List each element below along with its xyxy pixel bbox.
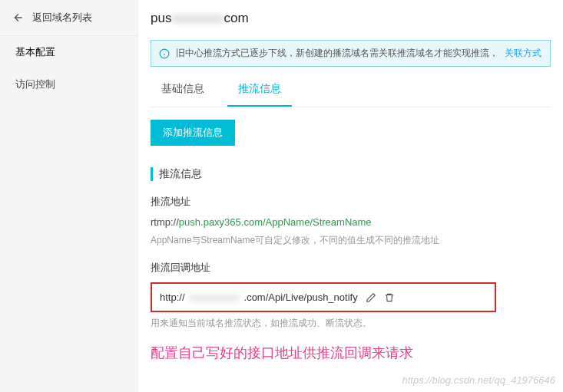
- arrow-left-icon: [12, 12, 25, 24]
- sidebar-item-basic-config[interactable]: 基本配置: [0, 36, 137, 68]
- main-content: pusxxxxxxxxcom 旧中心推流方式已逐步下线，新创建的播流域名需关联推…: [138, 0, 563, 392]
- sidebar: 返回域名列表 基本配置 访问控制: [0, 0, 138, 392]
- notice-banner: 旧中心推流方式已逐步下线，新创建的播流域名需关联推流域名才能实现推流， 关联方式: [151, 40, 551, 67]
- back-to-domain-list[interactable]: 返回域名列表: [0, 0, 137, 36]
- callback-address-label: 推流回调地址: [151, 261, 551, 275]
- section-title-push-info: 推流信息: [151, 167, 551, 181]
- callback-highlight-box: http:// xxxxxxxxxx .com/Api/Live/push_no…: [151, 282, 496, 312]
- watermark: https://blog.csdn.net/qq_41976646: [402, 374, 556, 386]
- callback-help: 用来通知当前域名推流状态，如推流成功、断流状态。: [151, 317, 551, 330]
- tab-basic-info[interactable]: 基础信息: [151, 73, 215, 107]
- tab-push-info[interactable]: 推流信息: [227, 73, 292, 107]
- domain-title: pusxxxxxxxxcom: [151, 0, 551, 40]
- edit-icon[interactable]: [366, 292, 376, 303]
- push-address-help: AppName与StreamName可自定义修改，不同的值生成不同的推流地址: [151, 234, 551, 247]
- back-label: 返回域名列表: [32, 11, 92, 25]
- notice-link[interactable]: 关联方式: [505, 47, 541, 60]
- annotation-note: 配置自己写好的接口地址供推流回调来请求: [151, 344, 551, 362]
- push-address-label: 推流地址: [151, 195, 551, 209]
- push-address-value: rtmp://push.paxy365.com/AppName/StreamNa…: [151, 216, 551, 228]
- notice-text: 旧中心推流方式已逐步下线，新创建的播流域名需关联推流域名才能实现推流，: [176, 47, 498, 60]
- delete-icon[interactable]: [384, 292, 395, 303]
- add-push-info-button[interactable]: 添加推流信息: [151, 120, 235, 146]
- info-icon: [159, 48, 170, 59]
- sidebar-item-access-control[interactable]: 访问控制: [0, 68, 137, 100]
- tabs: 基础信息 推流信息: [151, 73, 551, 107]
